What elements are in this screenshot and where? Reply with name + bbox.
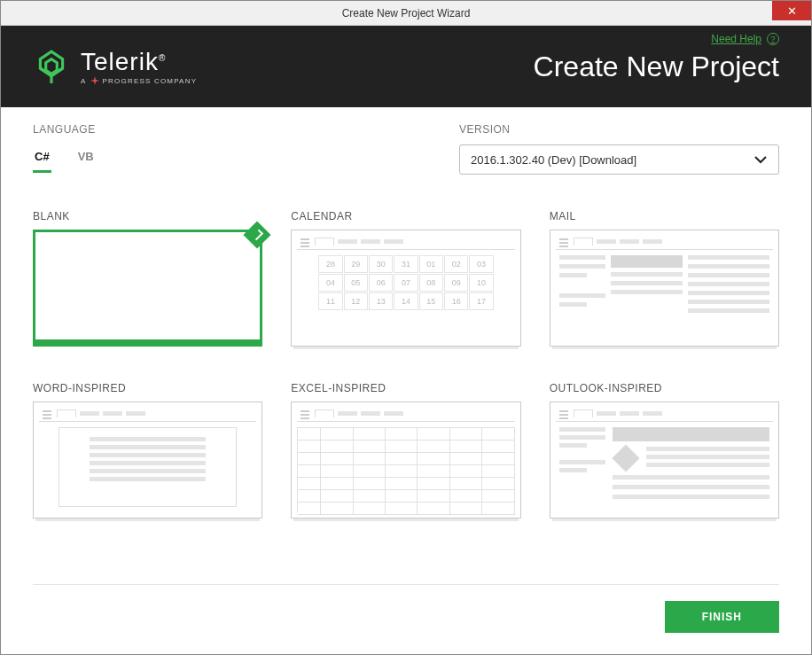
grid-cell — [298, 503, 321, 515]
calendar-day: 10 — [469, 274, 493, 292]
calendar-day: 12 — [344, 292, 368, 310]
close-icon: ✕ — [787, 4, 797, 18]
grid-cell — [321, 490, 353, 503]
header: Need Help ? Telerik® A PROGRESS COMPANY — [1, 26, 811, 107]
grid-cell — [418, 478, 449, 490]
calendar-day: 29 — [344, 255, 368, 273]
version-dropdown[interactable]: 2016.1.302.40 (Dev) [Download] — [459, 144, 779, 175]
calendar-day: 14 — [394, 292, 418, 310]
svg-marker-0 — [90, 76, 99, 85]
mail-preview — [550, 230, 778, 346]
template-word: WORD-INSPIRED — [33, 382, 262, 519]
grid-cell — [298, 428, 321, 441]
grid-cell — [386, 490, 418, 503]
template-mail: MAIL — [550, 210, 779, 347]
window-title: Create New Project Wizard — [342, 7, 471, 19]
grid-cell — [354, 441, 386, 453]
grid-cell — [450, 428, 482, 441]
finish-button[interactable]: FINISH — [665, 601, 779, 633]
template-card-blank[interactable] — [33, 230, 262, 347]
grid-cell — [482, 453, 514, 465]
close-button[interactable]: ✕ — [772, 1, 811, 20]
calendar-day: 17 — [469, 292, 493, 310]
help-link[interactable]: Need Help ? — [711, 33, 779, 45]
language-label: LANGUAGE — [33, 123, 353, 136]
calendar-day: 01 — [419, 255, 443, 273]
grid-cell — [386, 465, 418, 478]
calendar-day: 30 — [369, 255, 393, 273]
brand-tagline: A PROGRESS COMPANY — [81, 76, 197, 85]
grid-cell — [321, 428, 353, 441]
grid-cell — [298, 453, 321, 465]
language-tabs: C# VB — [33, 144, 353, 174]
logo: Telerik® A PROGRESS COMPANY — [33, 48, 197, 85]
version-control: VERSION 2016.1.302.40 (Dev) [Download] — [459, 123, 779, 175]
page-title: Create New Project — [534, 51, 779, 83]
footer: FINISH — [1, 568, 811, 654]
grid-cell — [482, 478, 514, 490]
template-card-word[interactable] — [33, 402, 262, 519]
grid-cell — [298, 441, 321, 453]
wizard-window: Create New Project Wizard ✕ Need Help ? … — [0, 0, 812, 655]
grid-cell — [386, 503, 418, 515]
template-label: CALENDAR — [291, 210, 520, 222]
calendar-day: 05 — [344, 274, 368, 292]
grid-cell — [354, 453, 386, 465]
grid-cell — [418, 503, 449, 515]
calendar-preview: 2829303101020304050607080910111213141516… — [292, 230, 519, 346]
grid-cell — [450, 441, 482, 453]
progress-star-icon — [90, 76, 99, 85]
hamburger-icon — [559, 410, 568, 419]
template-card-mail[interactable] — [550, 230, 779, 347]
calendar-day: 06 — [369, 274, 393, 292]
grid-cell — [354, 428, 386, 441]
calendar-day: 16 — [444, 292, 468, 310]
grid-cell — [450, 478, 482, 490]
help-label: Need Help — [711, 33, 761, 45]
grid-cell — [354, 503, 386, 515]
grid-cell — [482, 465, 514, 478]
calendar-day: 09 — [444, 274, 468, 292]
template-calendar: CALENDAR 2829303101020304050607080910111… — [291, 210, 520, 347]
lang-tab-vb[interactable]: VB — [76, 144, 96, 173]
calendar-day: 13 — [369, 292, 393, 310]
grid-cell — [321, 441, 353, 453]
template-label: EXCEL-INSPIRED — [291, 382, 520, 394]
grid-cell — [321, 503, 353, 515]
help-icon: ? — [767, 33, 779, 45]
grid-cell — [354, 478, 386, 490]
grid-cell — [298, 490, 321, 503]
grid-cell — [321, 453, 353, 465]
grid-cell — [418, 428, 449, 441]
grid-cell — [450, 490, 482, 503]
grid-cell — [386, 478, 418, 490]
titlebar: Create New Project Wizard ✕ — [1, 1, 811, 26]
template-excel: EXCEL-INSPIRED — [291, 382, 520, 519]
calendar-day: 07 — [394, 274, 418, 292]
grid-cell — [386, 428, 418, 441]
calendar-day: 03 — [469, 255, 493, 273]
grid-cell — [482, 441, 514, 453]
grid-cell — [354, 465, 386, 478]
template-label: OUTLOOK-INSPIRED — [550, 382, 779, 394]
template-card-outlook[interactable] — [550, 402, 779, 519]
content: LANGUAGE C# VB VERSION 2016.1.302.40 (De… — [1, 107, 811, 654]
hamburger-icon — [301, 238, 309, 247]
grid-cell — [418, 490, 449, 503]
template-outlook: OUTLOOK-INSPIRED — [550, 382, 779, 519]
language-control: LANGUAGE C# VB — [33, 123, 353, 175]
calendar-day: 31 — [394, 255, 418, 273]
template-grid: BLANK CALENDAR 2829303101020304050607080… — [1, 175, 811, 519]
template-label: WORD-INSPIRED — [33, 382, 262, 394]
grid-cell — [482, 503, 514, 515]
word-preview — [34, 402, 262, 518]
grid-cell — [450, 453, 482, 465]
hamburger-icon — [301, 410, 309, 419]
grid-cell — [298, 478, 321, 490]
template-card-excel[interactable] — [291, 402, 520, 519]
template-blank: BLANK — [33, 210, 262, 347]
template-label: MAIL — [550, 210, 779, 222]
template-card-calendar[interactable]: 2829303101020304050607080910111213141516… — [291, 230, 520, 347]
outlook-preview — [550, 402, 778, 518]
lang-tab-csharp[interactable]: C# — [33, 144, 51, 173]
